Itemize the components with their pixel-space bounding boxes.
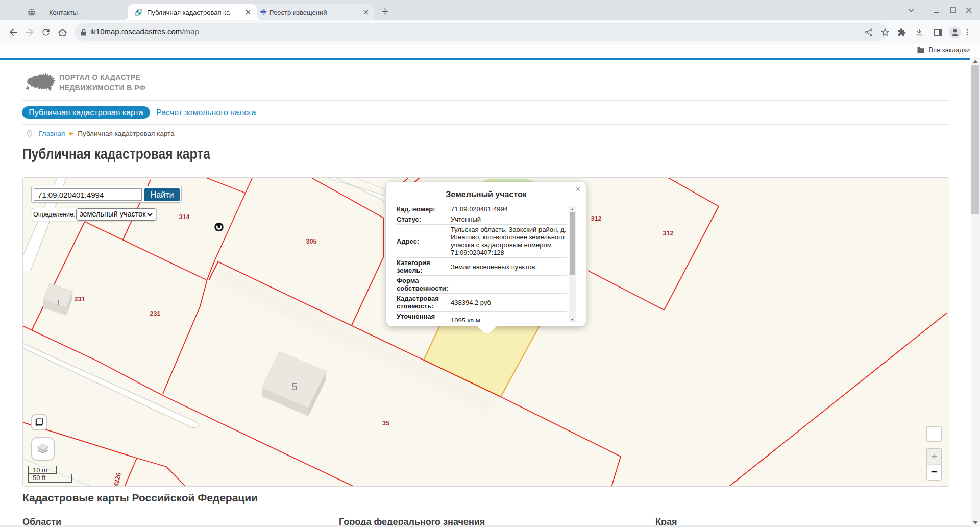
- tab-close-icon[interactable]: [361, 8, 371, 17]
- bookmarks-separator: [880, 46, 880, 55]
- zoom-control: + −: [926, 448, 942, 481]
- tab-registry[interactable]: Реестр извещений: [253, 4, 374, 20]
- popup-row-label: Форма собственности:: [397, 276, 450, 293]
- browser-tab-bar: Контакты Публичная кадастровая ка Реестр…: [0, 0, 980, 20]
- eagle-icon: [259, 8, 267, 16]
- zoom-in-button[interactable]: +: [927, 449, 941, 465]
- parcel-label: 4226: [112, 472, 122, 487]
- parcel-label: 231: [150, 310, 161, 317]
- tab-title: Реестр извещений: [270, 9, 351, 16]
- ruler-icon: [35, 418, 44, 427]
- url-path: /map: [182, 27, 199, 36]
- downloads-icon[interactable]: [911, 24, 927, 40]
- forward-button[interactable]: [21, 24, 38, 40]
- window-close-button[interactable]: [965, 0, 973, 20]
- tab-title: Публичная кадастровая ка: [147, 9, 242, 16]
- layers-button[interactable]: [31, 437, 55, 461]
- logo-line2: НЕДВИЖИМОСТИ В РФ: [59, 83, 145, 93]
- window-minimize-button[interactable]: [933, 0, 941, 20]
- divider: [22, 100, 949, 101]
- popup-row-value: 1095 кв.м: [450, 312, 567, 322]
- popup-row-label: Категория земель:: [397, 258, 450, 275]
- parcel-info-popup: ✕ Земельный участок Кад. номер:71:09:020…: [386, 182, 586, 326]
- map-pin-icon: [27, 130, 33, 137]
- scrollbar-up-icon[interactable]: [971, 57, 980, 65]
- nav-link-land-tax[interactable]: Расчет земельного налога: [156, 108, 256, 117]
- scrollbar-down-icon[interactable]: [971, 519, 980, 527]
- breadcrumb-arrow-icon: ▶: [69, 131, 73, 136]
- parcel-label: 314: [179, 213, 190, 221]
- road-band-to-popup: [327, 178, 386, 202]
- page-scrollbar[interactable]: [971, 57, 980, 527]
- popup-row-value: 438394.2 руб: [450, 294, 567, 311]
- back-button[interactable]: [5, 24, 21, 40]
- popup-row-value: Тульская область, Заокский район, д. Игн…: [450, 225, 567, 257]
- divider: [22, 172, 949, 172]
- popup-row-value: Земли населенных пунктов: [450, 258, 567, 275]
- folder-icon: [917, 46, 925, 54]
- popup-title: Земельный участок: [386, 190, 586, 199]
- breadcrumb-current: Публичная кадастровая карта: [78, 130, 174, 137]
- search-button[interactable]: Найти: [144, 188, 180, 201]
- popup-row-value: 71:09:020401:4994: [450, 204, 567, 214]
- tab-close-icon[interactable]: [243, 8, 253, 17]
- new-tab-button[interactable]: [378, 4, 392, 18]
- tab-cadastral-map-active[interactable]: Публичная кадастровая ка: [128, 4, 257, 20]
- scroll-down-icon[interactable]: ▼: [569, 317, 576, 322]
- popup-row-value: -: [450, 276, 567, 293]
- map-search-box: Найти: [31, 186, 182, 203]
- object-type-select[interactable]: земельный участок: [76, 208, 156, 221]
- url-bar[interactable]: ik10map.roscadastres.com/map: [75, 23, 888, 41]
- popup-row: Форма собственности:-: [397, 276, 567, 294]
- tab-search-chevron-icon[interactable]: [908, 0, 915, 20]
- map-extra-button[interactable]: [926, 426, 942, 442]
- search-input[interactable]: [34, 188, 142, 201]
- page-viewport: ПОРТАЛ О КАДАСТРЕ НЕДВИЖИМОСТИ В РФ Публ…: [0, 57, 980, 527]
- popup-row-label: Адрес:: [397, 225, 450, 257]
- page-scrollbar-thumb[interactable]: [971, 65, 979, 214]
- parcel-label: 305: [306, 238, 317, 245]
- filter-label: Определение:: [33, 211, 76, 218]
- site-logo-text[interactable]: ПОРТАЛ О КАДАСТРЕ НЕДВИЖИМОСТИ В РФ: [59, 72, 145, 93]
- url-text: ik10map.roscadastres.com/map: [90, 27, 199, 36]
- nav-tab-public-map[interactable]: Публичная кадастровая карта: [22, 106, 150, 119]
- reload-button[interactable]: [38, 24, 54, 40]
- popup-row: Категория земель:Земли населенных пункто…: [397, 258, 567, 276]
- all-bookmarks-label: Все закладки: [929, 46, 970, 54]
- bookmarks-bar: Все закладки: [0, 44, 980, 57]
- window-maximize-button[interactable]: [949, 0, 957, 20]
- home-button[interactable]: [54, 24, 70, 40]
- zoom-out-button[interactable]: −: [927, 465, 941, 480]
- side-panel-icon[interactable]: [929, 24, 946, 40]
- bookmark-star-icon[interactable]: [877, 24, 893, 40]
- page-title: Публичная кадастровая карта: [22, 145, 210, 162]
- site-top-accent: [0, 58, 970, 60]
- cadastre-pinwheel-icon: [134, 8, 142, 16]
- popup-row-value: Учтенный: [450, 214, 567, 224]
- map-scale-control: 10 m 50 ft: [28, 466, 72, 483]
- building-label: 5: [291, 381, 297, 392]
- breadcrumb-home-link[interactable]: Главная: [39, 130, 65, 137]
- popup-scrollbar-thumb[interactable]: [570, 212, 575, 275]
- measure-tool-button[interactable]: [31, 414, 47, 430]
- popup-row-label: Уточненная площадь:: [397, 312, 450, 322]
- menu-kebab-icon[interactable]: [959, 24, 975, 40]
- breadcrumb: Главная ▶ Публичная кадастровая карта: [27, 129, 175, 137]
- bottom-band: [0, 525, 971, 527]
- extensions-puzzle-icon[interactable]: [893, 24, 910, 40]
- popup-row: Адрес:Тульская область, Заокский район, …: [397, 225, 567, 258]
- all-bookmarks-button[interactable]: Все закладки: [917, 46, 970, 54]
- popup-row-label: Статус:: [397, 214, 450, 224]
- popup-row-label: Кадастровая стоимость:: [397, 294, 450, 311]
- share-icon[interactable]: [861, 24, 877, 40]
- scroll-up-icon[interactable]: ▲: [569, 206, 576, 212]
- popup-row: Кадастровая стоимость:438394.2 руб: [397, 294, 567, 312]
- building-label: 1: [56, 298, 60, 307]
- popup-scrollbar[interactable]: ▲ ▼: [569, 206, 576, 322]
- parcel-label: 231: [75, 296, 85, 303]
- parcel-label: 35: [382, 420, 389, 427]
- russia-map-logo[interactable]: [25, 70, 57, 97]
- lock-icon: [80, 28, 87, 38]
- popup-attributes-table: Кад. номер:71:09:020401:4994Статус:Учтен…: [397, 204, 567, 322]
- cadastral-map[interactable]: 314305231231312312354226 15 Найти Опреде…: [22, 177, 949, 487]
